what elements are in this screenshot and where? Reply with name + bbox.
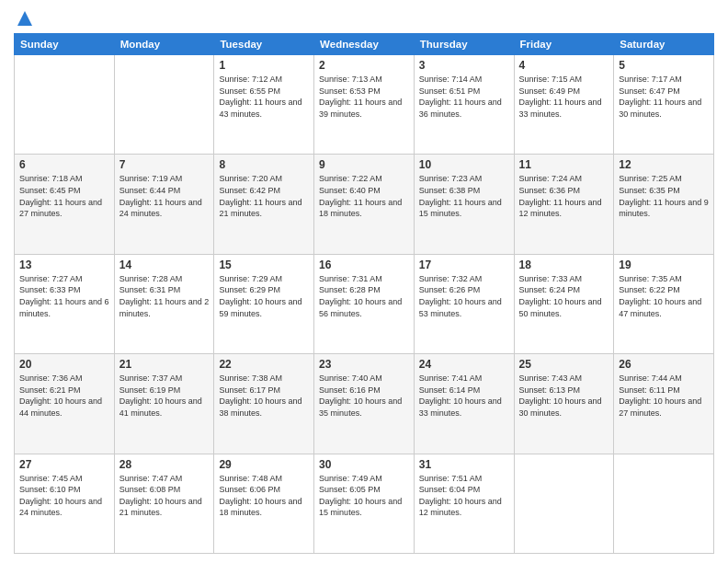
day-number: 4: [519, 59, 609, 72]
calendar-cell: 3 Sunrise: 7:14 AMSunset: 6:51 PMDayligh…: [414, 55, 514, 155]
day-number: 9: [319, 158, 409, 171]
day-info: Sunrise: 7:24 AMSunset: 6:36 PMDaylight:…: [519, 173, 609, 219]
calendar-header-saturday: Saturday: [614, 34, 714, 55]
calendar-cell: 27 Sunrise: 7:45 AMSunset: 6:10 PMDaylig…: [15, 454, 115, 553]
calendar-cell: 9 Sunrise: 7:22 AMSunset: 6:40 PMDayligh…: [314, 155, 415, 254]
calendar-week-row: 1 Sunrise: 7:12 AMSunset: 6:55 PMDayligh…: [15, 55, 714, 155]
day-info: Sunrise: 7:19 AMSunset: 6:44 PMDaylight:…: [119, 173, 210, 219]
day-info: Sunrise: 7:40 AMSunset: 6:16 PMDaylight:…: [319, 373, 409, 419]
day-info: Sunrise: 7:41 AMSunset: 6:14 PMDaylight:…: [419, 373, 509, 419]
day-number: 27: [19, 458, 109, 471]
day-number: 2: [319, 59, 409, 72]
day-info: Sunrise: 7:47 AMSunset: 6:08 PMDaylight:…: [119, 473, 210, 519]
day-number: 25: [519, 358, 609, 371]
calendar-cell: 2 Sunrise: 7:13 AMSunset: 6:53 PMDayligh…: [314, 55, 415, 155]
calendar-header-friday: Friday: [514, 34, 614, 55]
logo: [14, 9, 34, 28]
calendar-cell: [614, 454, 714, 553]
calendar-cell: 21 Sunrise: 7:37 AMSunset: 6:19 PMDaylig…: [114, 354, 214, 454]
calendar-cell: 29 Sunrise: 7:48 AMSunset: 6:06 PMDaylig…: [214, 454, 314, 553]
day-number: 1: [219, 59, 309, 72]
day-info: Sunrise: 7:51 AMSunset: 6:04 PMDaylight:…: [419, 473, 509, 519]
calendar-cell: 26 Sunrise: 7:44 AMSunset: 6:11 PMDaylig…: [614, 354, 714, 454]
calendar-cell: [15, 55, 115, 155]
day-number: 17: [419, 259, 509, 271]
day-number: 26: [619, 358, 709, 371]
day-info: Sunrise: 7:12 AMSunset: 6:55 PMDaylight:…: [219, 74, 309, 120]
calendar-cell: 22 Sunrise: 7:38 AMSunset: 6:17 PMDaylig…: [214, 354, 314, 454]
day-number: 24: [419, 358, 509, 371]
day-info: Sunrise: 7:31 AMSunset: 6:28 PMDaylight:…: [319, 273, 409, 319]
calendar-cell: 30 Sunrise: 7:49 AMSunset: 6:05 PMDaylig…: [314, 454, 415, 553]
day-number: 10: [419, 158, 509, 171]
day-info: Sunrise: 7:22 AMSunset: 6:40 PMDaylight:…: [319, 173, 409, 219]
day-number: 29: [219, 458, 309, 471]
calendar-header-wednesday: Wednesday: [314, 34, 415, 55]
day-number: 18: [519, 259, 609, 271]
day-info: Sunrise: 7:35 AMSunset: 6:22 PMDaylight:…: [619, 273, 709, 319]
day-number: 12: [619, 158, 709, 171]
day-number: 23: [319, 358, 409, 371]
calendar-cell: 23 Sunrise: 7:40 AMSunset: 6:16 PMDaylig…: [314, 354, 415, 454]
day-number: 15: [219, 259, 309, 271]
calendar-header-tuesday: Tuesday: [214, 34, 314, 55]
calendar-cell: 28 Sunrise: 7:47 AMSunset: 6:08 PMDaylig…: [114, 454, 214, 553]
calendar-cell: 13 Sunrise: 7:27 AMSunset: 6:33 PMDaylig…: [15, 254, 115, 353]
calendar-cell: 6 Sunrise: 7:18 AMSunset: 6:45 PMDayligh…: [15, 155, 115, 254]
day-number: 13: [19, 259, 109, 271]
calendar-cell: 17 Sunrise: 7:32 AMSunset: 6:26 PMDaylig…: [414, 254, 514, 353]
day-info: Sunrise: 7:29 AMSunset: 6:29 PMDaylight:…: [219, 273, 309, 319]
calendar-cell: 18 Sunrise: 7:33 AMSunset: 6:24 PMDaylig…: [514, 254, 614, 353]
day-info: Sunrise: 7:28 AMSunset: 6:31 PMDaylight:…: [119, 273, 210, 319]
calendar-week-row: 6 Sunrise: 7:18 AMSunset: 6:45 PMDayligh…: [15, 155, 714, 254]
calendar-week-row: 20 Sunrise: 7:36 AMSunset: 6:21 PMDaylig…: [15, 354, 714, 454]
day-info: Sunrise: 7:13 AMSunset: 6:53 PMDaylight:…: [319, 74, 409, 120]
calendar-header-row: SundayMondayTuesdayWednesdayThursdayFrid…: [15, 34, 714, 55]
day-info: Sunrise: 7:48 AMSunset: 6:06 PMDaylight:…: [219, 473, 309, 519]
day-number: 14: [119, 259, 210, 271]
day-info: Sunrise: 7:44 AMSunset: 6:11 PMDaylight:…: [619, 373, 709, 419]
page: SundayMondayTuesdayWednesdayThursdayFrid…: [0, 0, 728, 563]
day-number: 30: [319, 458, 409, 471]
calendar-cell: 11 Sunrise: 7:24 AMSunset: 6:36 PMDaylig…: [514, 155, 614, 254]
day-info: Sunrise: 7:15 AMSunset: 6:49 PMDaylight:…: [519, 74, 609, 120]
calendar-header-sunday: Sunday: [15, 34, 115, 55]
day-number: 8: [219, 158, 309, 171]
calendar-cell: 12 Sunrise: 7:25 AMSunset: 6:35 PMDaylig…: [614, 155, 714, 254]
calendar-header-thursday: Thursday: [414, 34, 514, 55]
calendar-cell: 4 Sunrise: 7:15 AMSunset: 6:49 PMDayligh…: [514, 55, 614, 155]
day-info: Sunrise: 7:18 AMSunset: 6:45 PMDaylight:…: [19, 173, 109, 219]
day-number: 19: [619, 259, 709, 271]
logo-icon: [16, 9, 34, 28]
day-info: Sunrise: 7:23 AMSunset: 6:38 PMDaylight:…: [419, 173, 509, 219]
day-number: 5: [619, 59, 709, 72]
calendar-cell: 24 Sunrise: 7:41 AMSunset: 6:14 PMDaylig…: [414, 354, 514, 454]
day-number: 20: [19, 358, 109, 371]
day-info: Sunrise: 7:45 AMSunset: 6:10 PMDaylight:…: [19, 473, 109, 519]
day-number: 3: [419, 59, 509, 72]
calendar-week-row: 13 Sunrise: 7:27 AMSunset: 6:33 PMDaylig…: [15, 254, 714, 353]
calendar-cell: 19 Sunrise: 7:35 AMSunset: 6:22 PMDaylig…: [614, 254, 714, 353]
day-info: Sunrise: 7:36 AMSunset: 6:21 PMDaylight:…: [19, 373, 109, 419]
day-number: 22: [219, 358, 309, 371]
calendar-cell: [514, 454, 614, 553]
calendar-cell: 20 Sunrise: 7:36 AMSunset: 6:21 PMDaylig…: [15, 354, 115, 454]
day-info: Sunrise: 7:37 AMSunset: 6:19 PMDaylight:…: [119, 373, 210, 419]
day-info: Sunrise: 7:38 AMSunset: 6:17 PMDaylight:…: [219, 373, 309, 419]
day-info: Sunrise: 7:14 AMSunset: 6:51 PMDaylight:…: [419, 74, 509, 120]
day-info: Sunrise: 7:32 AMSunset: 6:26 PMDaylight:…: [419, 273, 509, 319]
day-info: Sunrise: 7:49 AMSunset: 6:05 PMDaylight:…: [319, 473, 409, 519]
calendar-cell: 31 Sunrise: 7:51 AMSunset: 6:04 PMDaylig…: [414, 454, 514, 553]
calendar-cell: 16 Sunrise: 7:31 AMSunset: 6:28 PMDaylig…: [314, 254, 415, 353]
calendar-cell: 7 Sunrise: 7:19 AMSunset: 6:44 PMDayligh…: [114, 155, 214, 254]
calendar-cell: 10 Sunrise: 7:23 AMSunset: 6:38 PMDaylig…: [414, 155, 514, 254]
svg-marker-0: [17, 11, 32, 26]
day-info: Sunrise: 7:33 AMSunset: 6:24 PMDaylight:…: [519, 273, 609, 319]
calendar-week-row: 27 Sunrise: 7:45 AMSunset: 6:10 PMDaylig…: [15, 454, 714, 553]
calendar-cell: 14 Sunrise: 7:28 AMSunset: 6:31 PMDaylig…: [114, 254, 214, 353]
day-info: Sunrise: 7:25 AMSunset: 6:35 PMDaylight:…: [619, 173, 709, 219]
day-number: 6: [19, 158, 109, 171]
day-number: 7: [119, 158, 210, 171]
calendar-cell: 25 Sunrise: 7:43 AMSunset: 6:13 PMDaylig…: [514, 354, 614, 454]
calendar-cell: 8 Sunrise: 7:20 AMSunset: 6:42 PMDayligh…: [214, 155, 314, 254]
